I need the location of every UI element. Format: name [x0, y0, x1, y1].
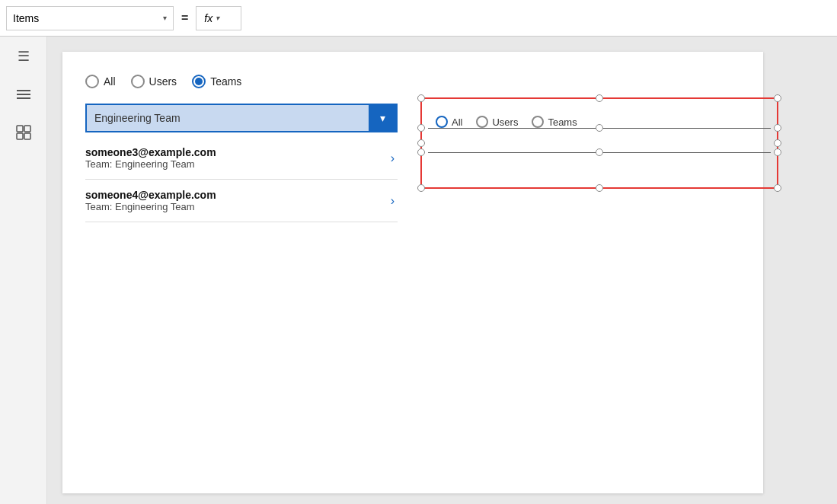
fx-label: fx — [204, 12, 212, 24]
list-item-1[interactable]: someone3@example.com Team: Engineering T… — [85, 137, 398, 180]
widget-radio-teams-outer — [532, 116, 544, 128]
svg-rect-3 — [17, 126, 23, 132]
widget-radio-teams[interactable]: Teams — [532, 116, 577, 128]
engineering-team-dropdown[interactable]: Engineering Team ▾ — [85, 104, 398, 132]
handle-top-left[interactable] — [417, 94, 425, 102]
radio-users-label: Users — [149, 75, 177, 88]
list-item-1-team: Team: Engineering Team — [85, 158, 391, 170]
dropdown-label: Engineering Team — [87, 105, 369, 131]
svg-rect-1 — [17, 90, 30, 91]
items-dropdown-arrow: ▾ — [163, 14, 167, 22]
dropdown-btn[interactable]: ▾ — [369, 105, 396, 131]
svg-rect-4 — [24, 126, 30, 132]
list-item-2[interactable]: someone4@example.com Team: Engineering T… — [85, 180, 398, 222]
list-item-1-chevron: › — [391, 152, 398, 165]
fx-button[interactable]: fx ▾ — [196, 6, 241, 30]
list-item-2-content: someone4@example.com Team: Engineering T… — [85, 189, 391, 212]
handle-line1-right — [774, 124, 781, 132]
widget-radio-users-label: Users — [492, 116, 518, 128]
handle-bottom-right[interactable] — [774, 184, 781, 192]
canvas-area: All Users Teams Engineering Team — [47, 37, 837, 504]
main-area: ☰ All — [0, 37, 837, 504]
selected-widget[interactable]: All Users Teams — [420, 97, 778, 189]
radio-teams-inner — [195, 78, 203, 85]
widget-radio-all[interactable]: All — [436, 116, 462, 128]
handle-middle-right[interactable] — [774, 139, 781, 147]
radio-all-label: All — [104, 75, 116, 88]
handle-line2-center — [596, 148, 603, 156]
fx-arrow: ▾ — [216, 14, 219, 22]
radio-group: All Users Teams — [85, 75, 241, 88]
radio-all-outer — [85, 75, 99, 88]
layers-icon[interactable] — [11, 82, 36, 107]
toolbar: Items ▾ = fx ▾ — [0, 0, 837, 37]
widget-radio-all-outer — [436, 116, 448, 128]
radio-teams-label: Teams — [210, 75, 241, 88]
handle-top-center[interactable] — [596, 94, 603, 102]
list-item-1-email: someone3@example.com — [85, 146, 391, 158]
radio-all[interactable]: All — [85, 75, 116, 88]
radio-teams-outer — [192, 75, 206, 88]
svg-rect-5 — [17, 133, 23, 139]
list-item-2-chevron: › — [391, 194, 398, 208]
hamburger-icon[interactable]: ☰ — [11, 44, 36, 69]
handle-line1-center — [596, 124, 603, 132]
widget-radio-all-label: All — [452, 116, 462, 128]
widget-radio-group: All Users Teams — [436, 116, 577, 128]
widget-radio-users[interactable]: Users — [476, 116, 518, 128]
items-dropdown-label: Items — [13, 12, 39, 24]
svg-rect-0 — [17, 94, 30, 95]
items-dropdown[interactable]: Items ▾ — [6, 6, 174, 30]
components-icon[interactable] — [11, 120, 36, 145]
dropdown-chevron-down: ▾ — [380, 112, 385, 124]
handle-line1-left — [417, 124, 425, 132]
handle-line2-right — [774, 148, 781, 156]
list-item-2-email: someone4@example.com — [85, 189, 391, 201]
canvas: All Users Teams Engineering Team — [62, 52, 763, 493]
svg-rect-6 — [24, 133, 30, 139]
handle-bottom-left[interactable] — [417, 184, 425, 192]
handle-line2-left — [417, 148, 425, 156]
list-item-2-team: Team: Engineering Team — [85, 201, 391, 212]
handle-bottom-center[interactable] — [596, 184, 603, 192]
widget-radio-teams-label: Teams — [548, 116, 577, 128]
radio-teams[interactable]: Teams — [192, 75, 241, 88]
svg-rect-2 — [17, 97, 30, 99]
handle-middle-left[interactable] — [417, 139, 425, 147]
list-item-1-content: someone3@example.com Team: Engineering T… — [85, 146, 391, 170]
sidebar: ☰ — [0, 37, 47, 504]
list-container: someone3@example.com Team: Engineering T… — [85, 137, 398, 222]
widget-radio-users-outer — [476, 116, 488, 128]
radio-users-outer — [131, 75, 145, 88]
handle-top-right[interactable] — [774, 94, 781, 102]
equals-sign: = — [177, 11, 193, 25]
radio-users[interactable]: Users — [131, 75, 177, 88]
